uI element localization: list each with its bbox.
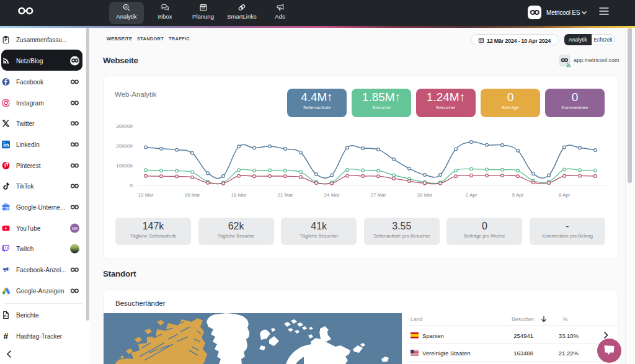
svg-text:21 Mar: 21 Mar [278, 192, 293, 198]
svg-text:2 Apr: 2 Apr [466, 192, 477, 198]
svg-text:5 Apr: 5 Apr [512, 192, 524, 198]
svg-text:15 Mar: 15 Mar [185, 192, 200, 198]
svg-text:18 Mar: 18 Mar [231, 192, 247, 198]
svg-text:100000: 100000 [116, 163, 133, 169]
svg-text:200000: 200000 [116, 143, 133, 149]
svg-text:27 Mar: 27 Mar [371, 192, 386, 198]
svg-text:8 Apr: 8 Apr [559, 192, 571, 198]
svg-text:300000: 300000 [116, 123, 133, 129]
svg-text:0: 0 [130, 183, 133, 189]
svg-text:30 Mar: 30 Mar [417, 192, 433, 198]
svg-text:24 Mar: 24 Mar [324, 192, 340, 198]
svg-text:12 Mar: 12 Mar [138, 192, 154, 198]
